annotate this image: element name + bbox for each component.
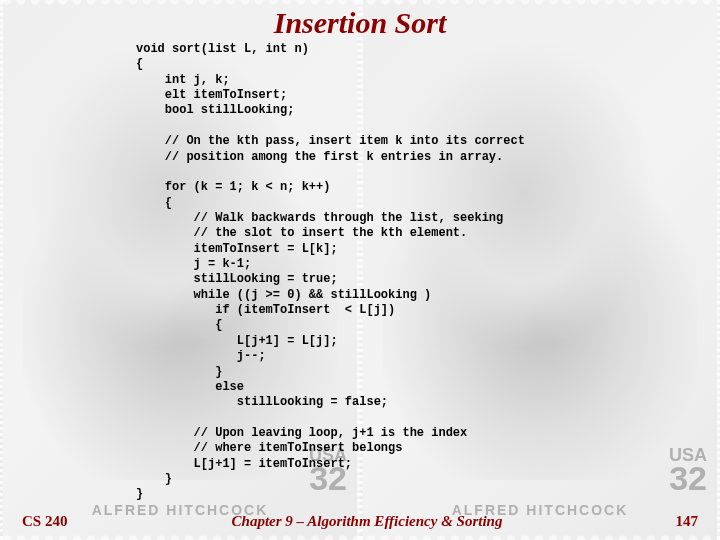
code-line: // Upon leaving loop, j+1 is the index xyxy=(136,426,467,440)
slide-footer: CS 240 Chapter 9 – Algorithm Efficiency … xyxy=(18,513,702,532)
code-line: while ((j >= 0) && stillLooking ) xyxy=(136,288,431,302)
code-line: } xyxy=(136,487,143,501)
code-line: // On the kth pass, insert item k into i… xyxy=(136,134,525,148)
code-line: } xyxy=(136,365,222,379)
code-line: // the slot to insert the kth element. xyxy=(136,226,467,240)
code-line: { xyxy=(136,57,143,71)
code-block: void sort(list L, int n) { int j, k; elt… xyxy=(136,42,702,513)
page-number: 147 xyxy=(658,513,698,530)
code-line: bool stillLooking; xyxy=(136,103,294,117)
code-line: { xyxy=(136,318,222,332)
code-line: // position among the first k entries in… xyxy=(136,150,503,164)
code-line: // where itemToInsert belongs xyxy=(136,441,402,455)
code-line: int j, k; xyxy=(136,73,230,87)
code-line: // Walk backwards through the list, seek… xyxy=(136,211,503,225)
code-line: } xyxy=(136,472,172,486)
code-line: stillLooking = true; xyxy=(136,272,338,286)
code-line: for (k = 1; k < n; k++) xyxy=(136,180,330,194)
course-code: CS 240 xyxy=(22,513,76,530)
code-line: j--; xyxy=(136,349,266,363)
code-line: itemToInsert = L[k]; xyxy=(136,242,338,256)
slide-content: Insertion Sort void sort(list L, int n) … xyxy=(0,0,720,540)
code-line: if (itemToInsert < L[j]) xyxy=(136,303,395,317)
code-line: elt itemToInsert; xyxy=(136,88,287,102)
code-line: L[j+1] = L[j]; xyxy=(136,334,338,348)
code-line: j = k-1; xyxy=(136,257,251,271)
code-line: { xyxy=(136,196,172,210)
slide-title: Insertion Sort xyxy=(18,6,702,40)
code-line: void sort(list L, int n) xyxy=(136,42,309,56)
code-line: L[j+1] = itemToInsert; xyxy=(136,457,352,471)
chapter-title: Chapter 9 – Algorithm Efficiency & Sorti… xyxy=(76,513,658,530)
code-line: stillLooking = false; xyxy=(136,395,388,409)
code-line: else xyxy=(136,380,244,394)
